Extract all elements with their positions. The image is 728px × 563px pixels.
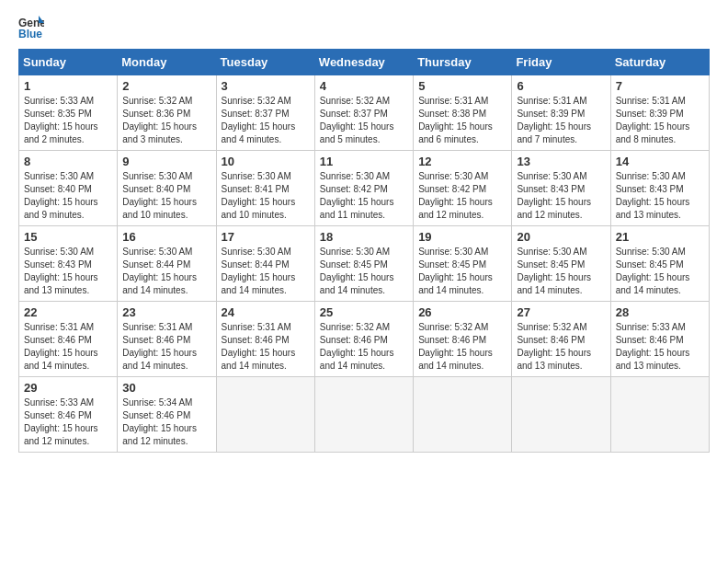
table-row: 16Sunrise: 5:30 AMSunset: 8:44 PMDayligh… bbox=[118, 226, 216, 302]
table-row: 9Sunrise: 5:30 AMSunset: 8:40 PMDaylight… bbox=[118, 151, 216, 226]
table-row bbox=[314, 377, 413, 453]
logo-icon: General Blue bbox=[18, 14, 44, 40]
week-row-0: 1Sunrise: 5:33 AMSunset: 8:35 PMDaylight… bbox=[19, 75, 710, 151]
table-row: 30Sunrise: 5:34 AMSunset: 8:46 PMDayligh… bbox=[118, 377, 216, 453]
table-row: 18Sunrise: 5:30 AMSunset: 8:45 PMDayligh… bbox=[314, 226, 413, 302]
table-row: 1Sunrise: 5:33 AMSunset: 8:35 PMDaylight… bbox=[19, 75, 118, 151]
table-row: 23Sunrise: 5:31 AMSunset: 8:46 PMDayligh… bbox=[118, 302, 216, 377]
table-row: 28Sunrise: 5:33 AMSunset: 8:46 PMDayligh… bbox=[610, 302, 709, 377]
table-row bbox=[610, 377, 709, 453]
calendar-table: Sunday Monday Tuesday Wednesday Thursday… bbox=[18, 49, 710, 453]
table-row: 22Sunrise: 5:31 AMSunset: 8:46 PMDayligh… bbox=[19, 302, 118, 377]
table-row: 8Sunrise: 5:30 AMSunset: 8:40 PMDaylight… bbox=[19, 151, 118, 226]
table-row: 26Sunrise: 5:32 AMSunset: 8:46 PMDayligh… bbox=[414, 302, 512, 377]
table-row: 29Sunrise: 5:33 AMSunset: 8:46 PMDayligh… bbox=[19, 377, 118, 453]
table-row bbox=[216, 377, 314, 453]
table-row: 25Sunrise: 5:32 AMSunset: 8:46 PMDayligh… bbox=[314, 302, 413, 377]
svg-text:Blue: Blue bbox=[18, 28, 42, 40]
table-row: 7Sunrise: 5:31 AMSunset: 8:39 PMDaylight… bbox=[610, 75, 709, 151]
col-friday: Friday bbox=[512, 50, 610, 75]
table-row: 2Sunrise: 5:32 AMSunset: 8:36 PMDaylight… bbox=[118, 75, 216, 151]
table-row: 4Sunrise: 5:32 AMSunset: 8:37 PMDaylight… bbox=[314, 75, 413, 151]
table-row: 21Sunrise: 5:30 AMSunset: 8:45 PMDayligh… bbox=[610, 226, 709, 302]
table-row: 15Sunrise: 5:30 AMSunset: 8:43 PMDayligh… bbox=[19, 226, 118, 302]
table-row: 10Sunrise: 5:30 AMSunset: 8:41 PMDayligh… bbox=[216, 151, 314, 226]
col-wednesday: Wednesday bbox=[314, 50, 413, 75]
week-row-2: 15Sunrise: 5:30 AMSunset: 8:43 PMDayligh… bbox=[19, 226, 710, 302]
col-monday: Monday bbox=[118, 50, 216, 75]
col-thursday: Thursday bbox=[414, 50, 512, 75]
logo: General Blue bbox=[18, 14, 48, 40]
table-row: 12Sunrise: 5:30 AMSunset: 8:42 PMDayligh… bbox=[414, 151, 512, 226]
week-row-1: 8Sunrise: 5:30 AMSunset: 8:40 PMDaylight… bbox=[19, 151, 710, 226]
table-row: 19Sunrise: 5:30 AMSunset: 8:45 PMDayligh… bbox=[414, 226, 512, 302]
table-row bbox=[414, 377, 512, 453]
col-sunday: Sunday bbox=[19, 50, 118, 75]
table-row: 5Sunrise: 5:31 AMSunset: 8:38 PMDaylight… bbox=[414, 75, 512, 151]
col-tuesday: Tuesday bbox=[216, 50, 314, 75]
table-row bbox=[512, 377, 610, 453]
week-row-3: 22Sunrise: 5:31 AMSunset: 8:46 PMDayligh… bbox=[19, 302, 710, 377]
table-row: 17Sunrise: 5:30 AMSunset: 8:44 PMDayligh… bbox=[216, 226, 314, 302]
header-row: Sunday Monday Tuesday Wednesday Thursday… bbox=[19, 50, 710, 75]
table-row: 13Sunrise: 5:30 AMSunset: 8:43 PMDayligh… bbox=[512, 151, 610, 226]
table-row: 3Sunrise: 5:32 AMSunset: 8:37 PMDaylight… bbox=[216, 75, 314, 151]
table-row: 14Sunrise: 5:30 AMSunset: 8:43 PMDayligh… bbox=[610, 151, 709, 226]
table-row: 20Sunrise: 5:30 AMSunset: 8:45 PMDayligh… bbox=[512, 226, 610, 302]
table-row: 6Sunrise: 5:31 AMSunset: 8:39 PMDaylight… bbox=[512, 75, 610, 151]
table-row: 11Sunrise: 5:30 AMSunset: 8:42 PMDayligh… bbox=[314, 151, 413, 226]
col-saturday: Saturday bbox=[610, 50, 709, 75]
table-row: 27Sunrise: 5:32 AMSunset: 8:46 PMDayligh… bbox=[512, 302, 610, 377]
table-row: 24Sunrise: 5:31 AMSunset: 8:46 PMDayligh… bbox=[216, 302, 314, 377]
header: General Blue bbox=[18, 14, 710, 40]
week-row-4: 29Sunrise: 5:33 AMSunset: 8:46 PMDayligh… bbox=[19, 377, 710, 453]
